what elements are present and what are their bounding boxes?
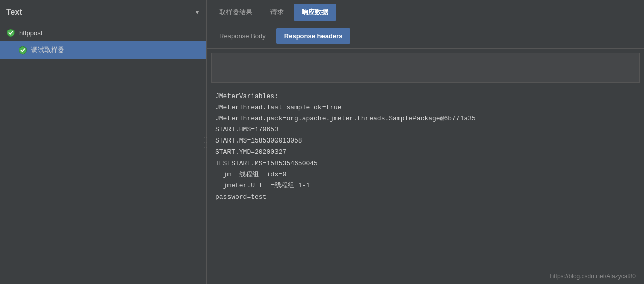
top-tab-sampler-result[interactable]: 取样器结果 (211, 4, 260, 21)
resize-handle[interactable]: ⋮⋮⋮ (203, 0, 209, 284)
content-line: START.MS=1585300013058 (215, 135, 636, 147)
content-line: START.YMD=20200327 (215, 147, 636, 158)
content-line: TESTSTART.MS=1585354650045 (215, 158, 636, 169)
content-line: JMeterThread.last_sample_ok=true (215, 102, 636, 113)
tree-list: httppost调试取样器 (0, 24, 206, 59)
content-line: JMeterThread.pack=org.apache.jmeter.thre… (215, 113, 636, 124)
tree-item-label: 调试取样器 (31, 45, 64, 55)
shield-icon (18, 45, 27, 55)
tree-item-httppost[interactable]: httppost (0, 24, 206, 41)
top-tab-bar: 取样器结果请求响应数据 (207, 0, 644, 24)
dropdown-arrow-icon[interactable]: ▼ (194, 9, 200, 16)
content-line: START.HMS=170653 (215, 124, 636, 135)
watermark: https://blog.csdn.net/Alazycat80 (550, 273, 636, 280)
tree-item-debug-sampler[interactable]: 调试取样器 (0, 41, 206, 59)
empty-filter-box (211, 53, 640, 83)
content-line: __jmeter.U_T__=线程组 1-1 (215, 180, 636, 192)
left-panel: Text ▼ httppost调试取样器 ⋮⋮⋮ (0, 0, 207, 284)
sub-tab-bar: Response BodyResponse headers (207, 24, 644, 49)
top-tab-response-data[interactable]: 响应数据 (294, 4, 336, 21)
content-line: __jm__线程组__idx=0 (215, 169, 636, 180)
divider-dots-icon: ⋮⋮⋮ (204, 135, 209, 149)
shield-icon (6, 28, 15, 37)
left-panel-header: Text ▼ (0, 0, 206, 24)
panel-title: Text (6, 8, 22, 17)
tree-item-label: httppost (19, 29, 42, 37)
sub-tab-response-body[interactable]: Response Body (211, 28, 274, 44)
sub-tab-response-headers[interactable]: Response headers (276, 28, 351, 44)
top-tab-request[interactable]: 请求 (262, 4, 292, 21)
right-panel: 取样器结果请求响应数据 Response BodyResponse header… (207, 0, 644, 284)
content-line: JMeterVariables: (215, 91, 636, 102)
content-area: JMeterVariables:JMeterThread.last_sample… (207, 49, 644, 284)
response-content: JMeterVariables:JMeterThread.last_sample… (207, 87, 644, 207)
content-line: password=test (215, 192, 636, 203)
